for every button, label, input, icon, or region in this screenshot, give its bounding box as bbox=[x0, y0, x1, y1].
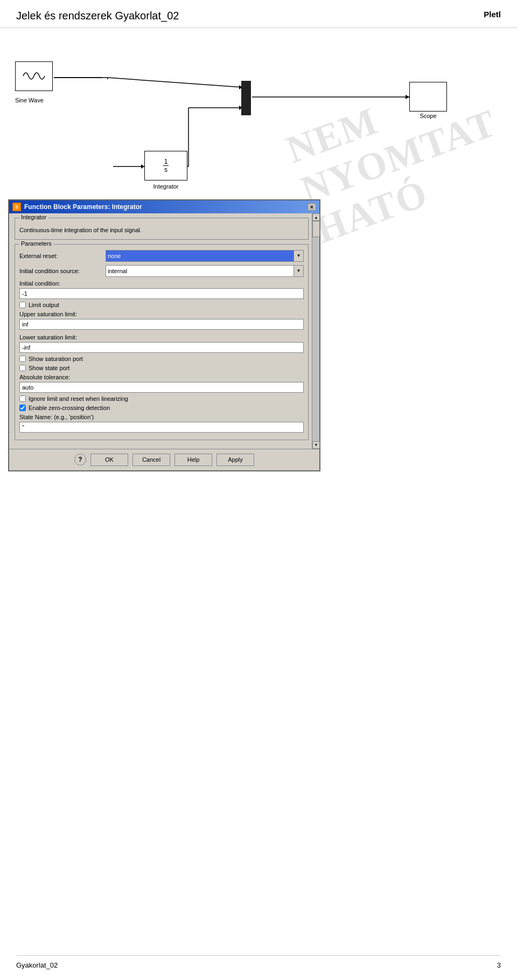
external-reset-row: External reset: none ▼ bbox=[19, 250, 304, 262]
dialog-titlebar: S Function Block Parameters: Integrator … bbox=[9, 200, 319, 213]
fraction-numerator: 1 bbox=[163, 158, 169, 166]
page-title: Jelek és rendszerek Gyakorlat_02 bbox=[16, 10, 179, 22]
svg-marker-7 bbox=[406, 95, 409, 99]
parameters-section: Parameters External reset: none ▼ Initia… bbox=[15, 244, 309, 440]
initial-condition-source-dropdown[interactable]: internal ▼ bbox=[106, 265, 304, 277]
watermark-line3: HATÓ bbox=[310, 142, 517, 252]
page-footer: Gyakorlat_02 3 bbox=[16, 955, 501, 969]
footer-left: Gyakorlat_02 bbox=[16, 961, 58, 969]
scroll-down-button[interactable]: ▼ bbox=[312, 441, 320, 449]
ok-button[interactable]: OK bbox=[90, 454, 128, 466]
external-reset-label: External reset: bbox=[19, 253, 106, 259]
dialog-buttons-bar: ? OK Cancel Help Apply bbox=[9, 449, 319, 470]
cancel-button[interactable]: Cancel bbox=[132, 454, 170, 466]
dialog-title: Function Block Parameters: Integrator bbox=[24, 203, 142, 211]
dialog-overlay: S Function Block Parameters: Integrator … bbox=[8, 199, 320, 471]
apply-button[interactable]: Apply bbox=[216, 454, 254, 466]
show-saturation-port-checkbox[interactable] bbox=[19, 356, 26, 362]
page-author: Pletl bbox=[484, 10, 501, 19]
svg-line-2 bbox=[108, 78, 242, 87]
external-reset-value: none bbox=[106, 251, 294, 261]
dialog-body: Integrator Continuous-time integration o… bbox=[9, 213, 319, 449]
enable-zero-crossing-row: Enable zero-crossing detection bbox=[19, 405, 304, 411]
upper-saturation-label: Upper saturation limit: bbox=[19, 311, 304, 317]
show-saturation-port-row: Show saturation port bbox=[19, 356, 304, 362]
state-name-label: State Name: (e.g., 'position') bbox=[19, 414, 304, 420]
show-saturation-port-label: Show saturation port bbox=[29, 356, 83, 362]
enable-zero-crossing-label: Enable zero-crossing detection bbox=[29, 405, 110, 411]
integrator-description: Continuous-time integration of the input… bbox=[19, 226, 304, 235]
upper-saturation-input[interactable] bbox=[19, 319, 304, 330]
ignore-limit-label: Ignore limit and reset when linearizing bbox=[29, 395, 128, 402]
function-block-dialog: S Function Block Parameters: Integrator … bbox=[8, 199, 320, 471]
integrator-group: Integrator Continuous-time integration o… bbox=[15, 218, 309, 240]
show-state-port-row: Show state port bbox=[19, 365, 304, 371]
dialog-icon: S bbox=[12, 203, 21, 211]
initial-condition-input[interactable] bbox=[19, 288, 304, 299]
page-header: Jelek és rendszerek Gyakorlat_02 Pletl bbox=[0, 0, 517, 28]
scroll-track bbox=[312, 221, 319, 441]
limit-output-row: Limit output bbox=[19, 302, 304, 308]
absolute-tolerance-label: Absolute tolerance: bbox=[19, 374, 304, 380]
ignore-limit-checkbox[interactable] bbox=[19, 395, 26, 402]
initial-condition-source-row: Initial condition source: internal ▼ bbox=[19, 265, 304, 277]
sine-wave-icon bbox=[20, 67, 47, 86]
scroll-thumb[interactable] bbox=[312, 221, 320, 237]
integrator-block[interactable]: 1 s Integrator bbox=[144, 151, 187, 180]
dialog-titlebar-left: S Function Block Parameters: Integrator bbox=[12, 203, 142, 211]
sine-wave-block[interactable]: Sine Wave bbox=[15, 61, 58, 94]
help-button[interactable]: Help bbox=[174, 454, 212, 466]
mux-block[interactable] bbox=[241, 81, 251, 115]
dialog-close-button[interactable]: × bbox=[308, 203, 316, 211]
limit-output-label: Limit output bbox=[29, 302, 59, 308]
help-icon-button[interactable]: ? bbox=[74, 454, 86, 465]
integrator-fraction: 1 s bbox=[163, 158, 169, 174]
scope-block[interactable]: Scope bbox=[409, 82, 447, 112]
external-reset-dropdown[interactable]: none ▼ bbox=[106, 250, 304, 262]
scope-icon bbox=[415, 87, 442, 106]
show-state-port-checkbox[interactable] bbox=[19, 365, 26, 371]
watermark-line2: NYOMTAT bbox=[296, 102, 502, 212]
limit-output-checkbox[interactable] bbox=[19, 302, 26, 308]
initial-condition-source-label: Initial condition source: bbox=[19, 268, 106, 274]
enable-zero-crossing-checkbox[interactable] bbox=[19, 405, 26, 411]
dialog-scroll-area: Integrator Continuous-time integration o… bbox=[9, 213, 319, 449]
footer-right: 3 bbox=[497, 961, 501, 969]
lower-saturation-label: Lower saturation limit: bbox=[19, 334, 304, 340]
fraction-denominator: s bbox=[163, 166, 169, 173]
absolute-tolerance-input[interactable] bbox=[19, 382, 304, 393]
integrator-label: Integrator bbox=[153, 183, 178, 190]
watermark-line1: NEM bbox=[281, 61, 487, 171]
lower-saturation-input[interactable] bbox=[19, 342, 304, 353]
external-reset-arrow[interactable]: ▼ bbox=[294, 251, 303, 261]
integrator-group-title: Integrator bbox=[19, 214, 48, 220]
parameters-section-title: Parameters bbox=[19, 240, 53, 247]
initial-condition-source-value: internal bbox=[106, 266, 294, 276]
scope-label: Scope bbox=[409, 113, 447, 119]
show-state-port-label: Show state port bbox=[29, 365, 69, 371]
scrollbar[interactable]: ▲ ▼ bbox=[312, 213, 319, 449]
ignore-limit-row: Ignore limit and reset when linearizing bbox=[19, 395, 304, 402]
initial-condition-source-arrow[interactable]: ▼ bbox=[294, 266, 303, 276]
state-name-input[interactable] bbox=[19, 422, 304, 433]
sine-wave-label: Sine Wave bbox=[15, 97, 44, 103]
initial-condition-label: Initial condition: bbox=[19, 280, 304, 287]
scroll-up-button[interactable]: ▲ bbox=[312, 213, 320, 221]
